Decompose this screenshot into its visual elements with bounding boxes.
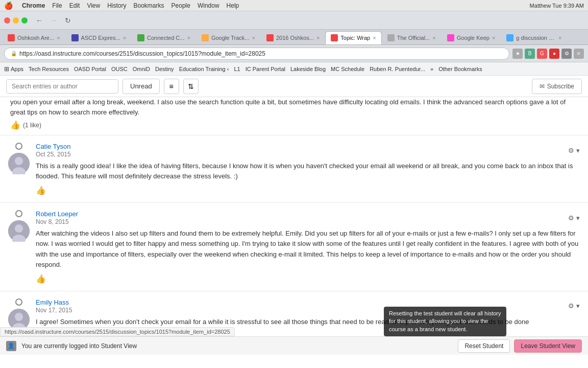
post-options-emily[interactable]: ⚙ ▾ xyxy=(568,302,580,310)
traffic-lights xyxy=(4,17,28,24)
bookmark-mc-schedule[interactable]: MC Schedule xyxy=(331,66,364,72)
subscribe-label: Subscribe xyxy=(547,83,574,90)
post-header: Robert Loeper Nov 8, 2015 ⚙ ▾ xyxy=(36,210,580,225)
tab-close-icon[interactable]: × xyxy=(57,35,60,41)
unread-indicator xyxy=(15,210,22,217)
post-date-catie: Oct 25, 2015 xyxy=(36,151,71,158)
tab-favicon xyxy=(387,34,395,41)
intro-like-button[interactable]: 👍 xyxy=(10,120,20,130)
url-text: https://oasd.instructure.com/courses/251… xyxy=(19,50,265,57)
search-input[interactable] xyxy=(6,79,118,94)
subscribe-button[interactable]: ✉ Subscribe xyxy=(532,79,582,94)
tab-title: 2016 Oshkos... xyxy=(276,35,314,41)
menu-edit[interactable]: Edit xyxy=(69,2,80,9)
apps-icon: ⊞ xyxy=(4,65,9,73)
tab-close-icon[interactable]: × xyxy=(187,35,190,41)
tab-title: The Official... xyxy=(397,35,430,41)
bookmark-tech-resources[interactable]: Tech Resources xyxy=(29,66,69,72)
tab-favicon xyxy=(71,34,79,41)
tab-oshkosh[interactable]: Oshkosh Are... × xyxy=(2,31,66,44)
reset-student-button[interactable]: Reset Student xyxy=(458,339,510,353)
menu-people[interactable]: People xyxy=(172,2,190,9)
minimize-window-btn[interactable] xyxy=(13,17,19,24)
forward-button[interactable]: → xyxy=(48,15,59,26)
ext-star-icon[interactable]: ★ xyxy=(512,49,523,59)
menu-chrome[interactable]: Chrome xyxy=(22,2,45,9)
bookmark-more[interactable]: » xyxy=(430,66,433,72)
apple-menu[interactable]: 🍎 xyxy=(4,2,13,10)
tab-title: Google Keep xyxy=(457,35,489,41)
bookmark-omnid[interactable]: OmniD xyxy=(133,66,150,72)
tab-close-icon[interactable]: × xyxy=(123,35,126,41)
like-button-robert[interactable]: 👍 xyxy=(36,274,46,284)
address-bar-row: 🔒 https://oasd.instructure.com/courses/2… xyxy=(0,45,588,62)
ext-g-icon[interactable]: G xyxy=(537,49,547,59)
ext-bookmark-icon[interactable]: B xyxy=(525,49,535,59)
main-content: Unread ≡ ⇅ ✉ Subscribe you open your ema… xyxy=(0,76,588,355)
menu-bookmarks[interactable]: Bookmarks xyxy=(134,2,164,9)
menu-file[interactable]: File xyxy=(52,2,62,9)
tab-title: Topic: Wrap xyxy=(340,35,370,41)
bookmark-apps[interactable]: ⊞ Apps xyxy=(4,65,23,73)
address-bar[interactable]: 🔒 https://oasd.instructure.com/courses/2… xyxy=(4,48,509,60)
bookmark-other[interactable]: Other Bookmarks xyxy=(438,66,482,72)
like-button-catie[interactable]: 👍 xyxy=(36,186,46,195)
menu-history[interactable]: History xyxy=(107,2,126,9)
tab-official[interactable]: The Official... × xyxy=(382,31,442,44)
post-robert-loeper: Robert Loeper Nov 8, 2015 ⚙ ▾ After watc… xyxy=(0,202,588,291)
mac-menubar: 🍎 Chrome File Edit View History Bookmark… xyxy=(0,0,588,11)
bookmark-ic-parent[interactable]: IC Parent Portal xyxy=(246,66,285,72)
tab-favicon xyxy=(506,34,513,41)
tab-close-icon[interactable]: × xyxy=(432,35,435,41)
intro-body: you open your email after a long break, … xyxy=(10,97,578,117)
tab-title: Connected C... xyxy=(147,35,184,41)
tab-topic-wrap[interactable]: Topic: Wrap × xyxy=(325,31,381,44)
post-author-catie[interactable]: Catie Tyson xyxy=(36,143,70,150)
back-button[interactable]: ← xyxy=(34,15,45,26)
tab-google-keep[interactable]: Google Keep × xyxy=(442,31,501,44)
order-filter-button[interactable]: ⇅ xyxy=(183,79,199,94)
menu-view[interactable]: View xyxy=(87,2,100,9)
tab-ascd[interactable]: ASCD Expres... × xyxy=(66,31,132,44)
bookmarks-bar: ⊞ Apps Tech Resources OASD Portal OUSC O… xyxy=(0,62,588,76)
post-header: Catie Tyson Oct 25, 2015 ⚙ ▾ xyxy=(36,143,580,158)
menu-help[interactable]: Help xyxy=(227,2,239,9)
unread-filter-button[interactable]: Unread xyxy=(122,79,160,94)
reload-button[interactable]: ↻ xyxy=(62,15,74,26)
tab-close-icon[interactable]: × xyxy=(252,35,255,41)
tab-close-icon[interactable]: × xyxy=(558,35,561,41)
leave-student-view-button[interactable]: Leave Student View xyxy=(514,339,582,353)
post-author-robert[interactable]: Robert Loeper xyxy=(36,210,78,218)
search-input-wrapper xyxy=(6,79,118,94)
bookmark-oasd[interactable]: OASD Portal xyxy=(74,66,106,72)
post-options-robert[interactable]: ⚙ ▾ xyxy=(568,214,580,222)
tab-2016-oshkosh[interactable]: 2016 Oshkos... × xyxy=(261,31,325,44)
ext-settings-icon[interactable]: ⚙ xyxy=(561,49,572,59)
maximize-window-btn[interactable] xyxy=(21,17,28,24)
tab-favicon xyxy=(266,34,274,41)
tab-close-icon[interactable]: × xyxy=(492,35,495,41)
tab-connected[interactable]: Connected C... × xyxy=(132,31,196,44)
ext-menu-icon[interactable]: ≡ xyxy=(574,49,584,59)
bookmark-lakeside[interactable]: Lakeside Blog xyxy=(290,66,326,72)
tab-close-icon[interactable]: × xyxy=(316,35,320,41)
sort-filter-button[interactable]: ≡ xyxy=(164,79,179,94)
menubar-right-info: Matthew Tue 9:39 AM xyxy=(530,3,584,9)
tab-discussion-bk[interactable]: g discussion bk... × xyxy=(501,31,567,44)
bookmark-edu-training[interactable]: Education Training ‹ xyxy=(179,66,229,72)
tab-close-icon[interactable]: × xyxy=(373,35,376,41)
post-options-catie[interactable]: ⚙ ▾ xyxy=(568,147,580,154)
bookmark-ruben[interactable]: Ruben R. Puentedur... xyxy=(370,66,425,72)
bookmark-ousc[interactable]: OUSC xyxy=(111,66,128,72)
avatar-svg xyxy=(8,153,30,174)
tab-google-track[interactable]: Google Track... × xyxy=(196,31,261,44)
bookmark-l1[interactable]: L1 xyxy=(234,66,240,72)
menu-window[interactable]: Window xyxy=(198,2,219,9)
close-window-btn[interactable] xyxy=(4,17,10,24)
tab-favicon xyxy=(331,34,338,41)
post-author-emily[interactable]: Emily Hass xyxy=(36,298,69,306)
ext-red-icon[interactable]: ● xyxy=(549,49,559,59)
tab-favicon xyxy=(447,34,454,41)
filter-lines-icon: ≡ xyxy=(169,82,174,90)
bookmark-destiny[interactable]: Destiny xyxy=(155,66,174,72)
